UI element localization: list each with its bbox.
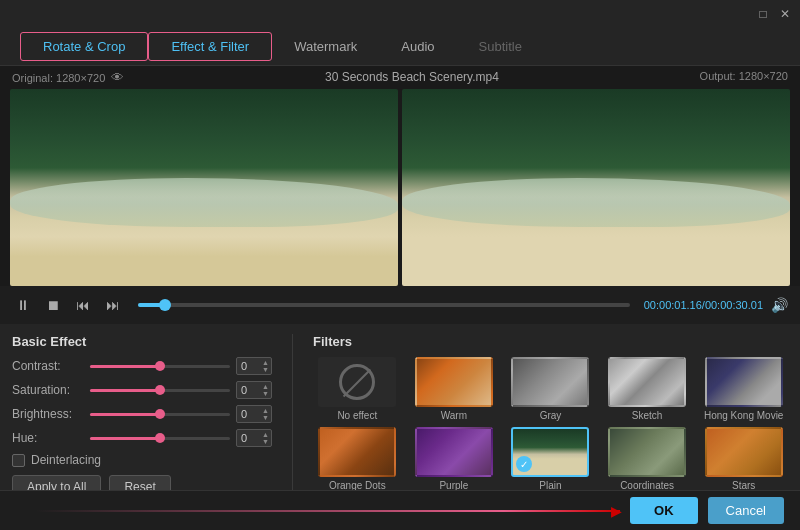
tab-subtitle[interactable]: Subtitle (457, 33, 544, 60)
brightness-slider[interactable] (90, 413, 230, 416)
video-area: Original: 1280×720 👁 30 Seconds Beach Sc… (0, 66, 800, 286)
basic-effect-title: Basic Effect (12, 334, 272, 349)
deinterlace-label: Deinterlacing (31, 453, 101, 467)
progress-thumb (159, 299, 171, 311)
ok-button[interactable]: OK (630, 497, 698, 524)
pause-button[interactable]: ⏸ (12, 295, 34, 315)
original-preview (10, 89, 398, 286)
output-label: Output: 1280×720 (700, 70, 788, 85)
deinterlace-checkbox[interactable] (12, 454, 25, 467)
minimize-button[interactable]: □ (756, 7, 770, 21)
filter-thumb-hk-movie (705, 357, 783, 407)
hue-slider[interactable] (90, 437, 230, 440)
tab-bar: Rotate & Crop Effect & Filter Watermark … (0, 28, 800, 66)
filter-purple[interactable]: Purple (410, 427, 499, 491)
filter-thumb-plain: ✓ (511, 427, 589, 477)
filter-label-sketch: Sketch (632, 410, 663, 421)
filter-coordinates[interactable]: Coordinates (603, 427, 692, 491)
video-filename: 30 Seconds Beach Scenery.mp4 (325, 70, 499, 85)
filter-check-plain: ✓ (516, 456, 532, 472)
saturation-label: Saturation: (12, 383, 84, 397)
bottom-action-bar: OK Cancel (0, 490, 800, 530)
progress-track[interactable] (138, 303, 630, 307)
brightness-down[interactable]: ▼ (262, 414, 269, 421)
filters-scroll: No effect Warm Gray Sketch (313, 357, 788, 491)
original-label: Original: 1280×720 (12, 72, 105, 84)
next-frame-button[interactable]: ⏭ (102, 295, 124, 315)
time-display: 00:00:01.16/00:00:30.01 (644, 299, 763, 311)
filter-thumb-no-effect (318, 357, 396, 407)
filter-gray[interactable]: Gray (506, 357, 595, 421)
filter-stars[interactable]: Stars (699, 427, 788, 491)
tab-watermark[interactable]: Watermark (272, 33, 379, 60)
filter-thumb-warm (415, 357, 493, 407)
contrast-row: Contrast: 0 ▲ ▼ (12, 357, 272, 375)
brightness-spinner[interactable]: 0 ▲ ▼ (236, 405, 272, 423)
contrast-up[interactable]: ▲ (262, 359, 269, 366)
filter-label-gray: Gray (540, 410, 562, 421)
hue-down[interactable]: ▼ (262, 438, 269, 445)
eye-icon[interactable]: 👁 (111, 70, 124, 85)
hue-spinner[interactable]: 0 ▲ ▼ (236, 429, 272, 447)
filter-thumb-coordinates (608, 427, 686, 477)
arrow-line (36, 510, 620, 512)
brightness-up[interactable]: ▲ (262, 407, 269, 414)
output-preview (402, 89, 790, 286)
volume-icon[interactable]: 🔊 (771, 297, 788, 313)
filter-thumb-stars (705, 427, 783, 477)
filter-label-warm: Warm (441, 410, 467, 421)
playback-bar: ⏸ ⏹ ⏮ ⏭ 00:00:01.16/00:00:30.01 🔊 (0, 286, 800, 324)
cancel-button[interactable]: Cancel (708, 497, 784, 524)
contrast-slider[interactable] (90, 365, 230, 368)
video-labels: Original: 1280×720 👁 30 Seconds Beach Sc… (0, 66, 800, 89)
deinterlace-row: Deinterlacing (12, 453, 272, 467)
filter-thumb-gray (511, 357, 589, 407)
filter-label-hk-movie: Hong Kong Movie (704, 410, 784, 421)
filter-orange-dots[interactable]: Orange Dots (313, 427, 402, 491)
saturation-up[interactable]: ▲ (262, 383, 269, 390)
prev-frame-button[interactable]: ⏮ (72, 295, 94, 315)
stop-button[interactable]: ⏹ (42, 295, 64, 315)
hue-row: Hue: 0 ▲ ▼ (12, 429, 272, 447)
title-bar: □ ✕ (0, 0, 800, 28)
filter-warm[interactable]: Warm (410, 357, 499, 421)
filters-title: Filters (313, 334, 788, 349)
brightness-label: Brightness: (12, 407, 84, 421)
contrast-down[interactable]: ▼ (262, 366, 269, 373)
contrast-label: Contrast: (12, 359, 84, 373)
saturation-down[interactable]: ▼ (262, 390, 269, 397)
filter-thumb-purple (415, 427, 493, 477)
filter-thumb-orange-dots (318, 427, 396, 477)
hue-label: Hue: (12, 431, 84, 445)
filter-hk-movie[interactable]: Hong Kong Movie (699, 357, 788, 421)
filter-sketch[interactable]: Sketch (603, 357, 692, 421)
tab-effect-filter[interactable]: Effect & Filter (148, 32, 272, 61)
saturation-spinner[interactable]: 0 ▲ ▼ (236, 381, 272, 399)
tab-rotate-crop[interactable]: Rotate & Crop (20, 32, 148, 61)
filters-grid: No effect Warm Gray Sketch (313, 357, 788, 491)
filter-label-no-effect: No effect (337, 410, 377, 421)
filter-plain[interactable]: ✓ Plain (506, 427, 595, 491)
saturation-slider[interactable] (90, 389, 230, 392)
saturation-row: Saturation: 0 ▲ ▼ (12, 381, 272, 399)
brightness-row: Brightness: 0 ▲ ▼ (12, 405, 272, 423)
filter-no-effect[interactable]: No effect (313, 357, 402, 421)
filter-thumb-sketch (608, 357, 686, 407)
tab-audio[interactable]: Audio (379, 33, 456, 60)
contrast-spinner[interactable]: 0 ▲ ▼ (236, 357, 272, 375)
close-button[interactable]: ✕ (778, 7, 792, 21)
hue-up[interactable]: ▲ (262, 431, 269, 438)
video-previews (0, 89, 800, 286)
